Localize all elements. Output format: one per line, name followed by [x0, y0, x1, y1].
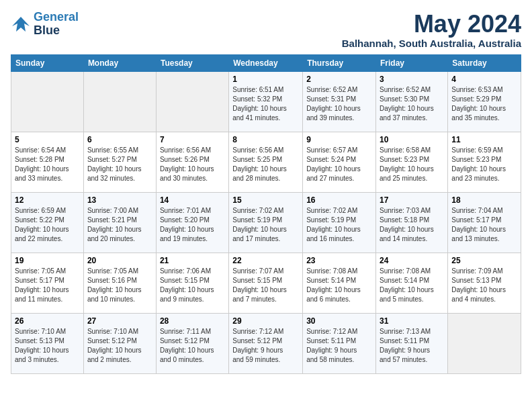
day-number: 11 — [451, 135, 517, 144]
title-block: May 2024 Balhannah, South Australia, Aus… — [342, 11, 521, 49]
calendar-cell: 10Sunrise: 6:58 AM Sunset: 5:23 PM Dayli… — [376, 132, 448, 192]
calendar-cell: 6Sunrise: 6:55 AM Sunset: 5:27 PM Daylig… — [83, 132, 156, 192]
calendar-cell: 31Sunrise: 7:13 AM Sunset: 5:11 PM Dayli… — [376, 313, 448, 373]
calendar-cell: 5Sunrise: 6:54 AM Sunset: 5:28 PM Daylig… — [11, 132, 84, 192]
day-number: 27 — [87, 316, 152, 326]
week-row-4: 26Sunrise: 7:10 AM Sunset: 5:13 PM Dayli… — [11, 313, 521, 373]
day-info: Sunrise: 7:10 AM Sunset: 5:13 PM Dayligh… — [15, 327, 80, 365]
calendar-cell: 22Sunrise: 7:07 AM Sunset: 5:15 PM Dayli… — [229, 253, 303, 313]
day-info: Sunrise: 6:59 AM Sunset: 5:23 PM Dayligh… — [451, 146, 517, 183]
calendar-cell: 21Sunrise: 7:06 AM Sunset: 5:15 PM Dayli… — [156, 253, 228, 313]
week-row-0: 1Sunrise: 6:51 AM Sunset: 5:32 PM Daylig… — [11, 71, 521, 132]
day-number: 17 — [380, 195, 444, 205]
calendar-cell: 9Sunrise: 6:57 AM Sunset: 5:24 PM Daylig… — [303, 132, 376, 192]
column-header-wednesday: Wednesday — [229, 54, 303, 71]
day-info: Sunrise: 7:10 AM Sunset: 5:12 PM Dayligh… — [87, 327, 152, 365]
day-info: Sunrise: 6:54 AM Sunset: 5:28 PM Dayligh… — [15, 146, 80, 183]
month-title: May 2024 — [342, 11, 521, 38]
day-info: Sunrise: 6:59 AM Sunset: 5:22 PM Dayligh… — [15, 206, 80, 244]
column-header-friday: Friday — [376, 54, 448, 71]
day-info: Sunrise: 7:04 AM Sunset: 5:17 PM Dayligh… — [451, 206, 517, 244]
day-number: 26 — [15, 316, 80, 326]
day-number: 10 — [380, 135, 444, 144]
day-number: 21 — [160, 256, 225, 265]
day-info: Sunrise: 6:58 AM Sunset: 5:23 PM Dayligh… — [380, 146, 444, 183]
day-number: 4 — [451, 75, 517, 84]
day-number: 8 — [232, 135, 299, 144]
day-info: Sunrise: 6:55 AM Sunset: 5:27 PM Dayligh… — [87, 146, 152, 183]
calendar-cell: 2Sunrise: 6:52 AM Sunset: 5:31 PM Daylig… — [303, 71, 376, 132]
day-info: Sunrise: 7:02 AM Sunset: 5:19 PM Dayligh… — [306, 206, 372, 244]
calendar-table: SundayMondayTuesdayWednesdayThursdayFrid… — [11, 54, 521, 374]
day-number: 28 — [160, 316, 225, 326]
logo-text: General Blue — [34, 11, 79, 38]
logo: General Blue — [11, 11, 79, 38]
day-number: 6 — [87, 135, 152, 144]
calendar-cell: 28Sunrise: 7:11 AM Sunset: 5:12 PM Dayli… — [156, 313, 228, 373]
day-number: 25 — [451, 256, 517, 265]
calendar-cell: 24Sunrise: 7:08 AM Sunset: 5:14 PM Dayli… — [376, 253, 448, 313]
column-header-saturday: Saturday — [448, 54, 521, 71]
day-info: Sunrise: 7:08 AM Sunset: 5:14 PM Dayligh… — [380, 267, 444, 304]
calendar-cell: 18Sunrise: 7:04 AM Sunset: 5:17 PM Dayli… — [448, 192, 521, 253]
day-number: 9 — [306, 135, 372, 144]
day-number: 22 — [232, 256, 299, 265]
day-info: Sunrise: 7:12 AM Sunset: 5:12 PM Dayligh… — [232, 327, 299, 365]
calendar-cell: 16Sunrise: 7:02 AM Sunset: 5:19 PM Dayli… — [303, 192, 376, 253]
day-number: 18 — [451, 195, 517, 205]
day-info: Sunrise: 7:08 AM Sunset: 5:14 PM Dayligh… — [306, 267, 372, 304]
day-number: 29 — [232, 316, 299, 326]
day-info: Sunrise: 7:11 AM Sunset: 5:12 PM Dayligh… — [160, 327, 225, 365]
column-header-tuesday: Tuesday — [156, 54, 228, 71]
column-header-monday: Monday — [83, 54, 156, 71]
column-header-thursday: Thursday — [303, 54, 376, 71]
day-info: Sunrise: 6:57 AM Sunset: 5:24 PM Dayligh… — [306, 146, 372, 183]
location-text: Balhannah, South Australia, Australia — [342, 38, 521, 49]
calendar-cell: 13Sunrise: 7:00 AM Sunset: 5:21 PM Dayli… — [83, 192, 156, 253]
calendar-cell — [83, 71, 156, 132]
day-info: Sunrise: 7:09 AM Sunset: 5:13 PM Dayligh… — [451, 267, 517, 304]
week-row-3: 19Sunrise: 7:05 AM Sunset: 5:17 PM Dayli… — [11, 253, 521, 313]
week-row-2: 12Sunrise: 6:59 AM Sunset: 5:22 PM Dayli… — [11, 192, 521, 253]
calendar-cell: 14Sunrise: 7:01 AM Sunset: 5:20 PM Dayli… — [156, 192, 228, 253]
day-number: 24 — [380, 256, 444, 265]
calendar-cell — [11, 71, 84, 132]
day-info: Sunrise: 6:56 AM Sunset: 5:26 PM Dayligh… — [160, 146, 225, 183]
calendar-cell: 30Sunrise: 7:12 AM Sunset: 5:11 PM Dayli… — [303, 313, 376, 373]
day-number: 31 — [380, 316, 444, 326]
day-number: 16 — [306, 195, 372, 205]
header-row: SundayMondayTuesdayWednesdayThursdayFrid… — [11, 54, 521, 71]
calendar-cell: 1Sunrise: 6:51 AM Sunset: 5:32 PM Daylig… — [229, 71, 303, 132]
calendar-cell: 11Sunrise: 6:59 AM Sunset: 5:23 PM Dayli… — [448, 132, 521, 192]
calendar-cell: 15Sunrise: 7:02 AM Sunset: 5:19 PM Dayli… — [229, 192, 303, 253]
day-number: 19 — [15, 256, 80, 265]
calendar-cell — [156, 71, 228, 132]
day-info: Sunrise: 7:02 AM Sunset: 5:19 PM Dayligh… — [232, 206, 299, 244]
day-number: 14 — [160, 195, 225, 205]
day-info: Sunrise: 6:52 AM Sunset: 5:31 PM Dayligh… — [306, 85, 372, 123]
calendar-cell: 26Sunrise: 7:10 AM Sunset: 5:13 PM Dayli… — [11, 313, 84, 373]
day-info: Sunrise: 7:06 AM Sunset: 5:15 PM Dayligh… — [160, 267, 225, 304]
calendar-header: SundayMondayTuesdayWednesdayThursdayFrid… — [11, 54, 521, 71]
day-info: Sunrise: 6:56 AM Sunset: 5:25 PM Dayligh… — [232, 146, 299, 183]
day-number: 3 — [380, 75, 444, 84]
day-number: 7 — [160, 135, 225, 144]
day-info: Sunrise: 6:52 AM Sunset: 5:30 PM Dayligh… — [380, 85, 444, 123]
calendar-cell: 20Sunrise: 7:05 AM Sunset: 5:16 PM Dayli… — [83, 253, 156, 313]
day-info: Sunrise: 7:13 AM Sunset: 5:11 PM Dayligh… — [380, 327, 444, 365]
page-header: General Blue May 2024 Balhannah, South A… — [11, 11, 521, 49]
calendar-cell — [448, 313, 521, 373]
day-info: Sunrise: 7:05 AM Sunset: 5:16 PM Dayligh… — [87, 267, 152, 304]
svg-marker-0 — [12, 17, 30, 32]
day-number: 23 — [306, 256, 372, 265]
week-row-1: 5Sunrise: 6:54 AM Sunset: 5:28 PM Daylig… — [11, 132, 521, 192]
calendar-cell: 27Sunrise: 7:10 AM Sunset: 5:12 PM Dayli… — [83, 313, 156, 373]
day-number: 15 — [232, 195, 299, 205]
calendar-cell: 8Sunrise: 6:56 AM Sunset: 5:25 PM Daylig… — [229, 132, 303, 192]
calendar-cell: 4Sunrise: 6:53 AM Sunset: 5:29 PM Daylig… — [448, 71, 521, 132]
calendar-cell: 25Sunrise: 7:09 AM Sunset: 5:13 PM Dayli… — [448, 253, 521, 313]
day-info: Sunrise: 7:07 AM Sunset: 5:15 PM Dayligh… — [232, 267, 299, 304]
column-header-sunday: Sunday — [11, 54, 84, 71]
calendar-cell: 3Sunrise: 6:52 AM Sunset: 5:30 PM Daylig… — [376, 71, 448, 132]
day-number: 13 — [87, 195, 152, 205]
